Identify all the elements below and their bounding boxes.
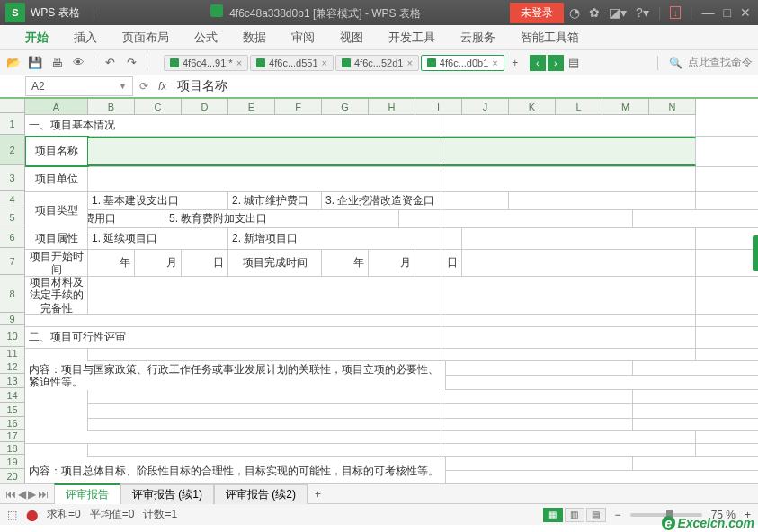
- column-header-B[interactable]: B: [88, 99, 135, 115]
- close-icon[interactable]: ×: [236, 58, 242, 68]
- row-header-11[interactable]: 11: [0, 347, 25, 359]
- help-icon[interactable]: ?▾: [636, 5, 649, 20]
- grid-body[interactable]: 一、项目基本情况项目名称项目单位项目类型1. 基本建设支出口2. 城市维护费口3…: [25, 115, 758, 483]
- cell[interactable]: 一、项目基本情况: [25, 115, 696, 136]
- formula-input[interactable]: 项目名称: [170, 78, 758, 94]
- menu-data[interactable]: 数据: [230, 30, 279, 46]
- column-header-G[interactable]: G: [322, 99, 369, 115]
- side-panel-handle[interactable]: [753, 235, 758, 271]
- cell[interactable]: 内容：项目总体目标、阶段性目标的合理性，目标实现的可能性，目标的可考核性等。: [25, 457, 446, 483]
- column-header-I[interactable]: I: [415, 99, 462, 115]
- add-tab-button[interactable]: +: [506, 57, 524, 69]
- column-header-F[interactable]: F: [275, 99, 322, 115]
- menu-view[interactable]: 视图: [327, 30, 376, 46]
- print-preview-icon[interactable]: 👁: [70, 55, 86, 71]
- cell[interactable]: 项目类型: [25, 192, 88, 228]
- menu-start[interactable]: 开始: [13, 30, 61, 46]
- menu-dev-tools[interactable]: 开发工具: [376, 30, 448, 46]
- cell[interactable]: [462, 228, 696, 249]
- column-header-A[interactable]: A: [25, 99, 88, 115]
- cell[interactable]: 1. 延续项目口: [88, 228, 228, 249]
- cell[interactable]: 项目开始时间: [25, 250, 88, 276]
- sheet-tab-1[interactable]: 评审报告: [54, 483, 120, 504]
- close-button[interactable]: ✕: [740, 5, 751, 20]
- cell[interactable]: 日: [415, 250, 462, 276]
- row-header-2[interactable]: 2: [0, 135, 25, 165]
- column-header-M[interactable]: M: [602, 99, 649, 115]
- sheet-first-icon[interactable]: ⏮: [5, 488, 16, 501]
- update-icon[interactable]: ↓: [670, 6, 681, 19]
- cell[interactable]: 二、项目可行性评审: [25, 327, 696, 348]
- close-icon[interactable]: ×: [492, 58, 497, 68]
- row-header-8[interactable]: 8: [0, 275, 25, 313]
- menu-insert[interactable]: 插入: [61, 30, 110, 46]
- doc-tab-4[interactable]: 4f6c...d0b1×: [421, 55, 504, 71]
- row-header-1[interactable]: 1: [0, 113, 25, 135]
- column-header-C[interactable]: C: [135, 99, 182, 115]
- cell[interactable]: [509, 192, 696, 209]
- doc-tab-1[interactable]: 4f6c4...91 *×: [164, 55, 248, 71]
- row-header-14[interactable]: 14: [0, 388, 25, 403]
- menu-cloud[interactable]: 云服务: [448, 30, 508, 46]
- cell[interactable]: 项目单位: [25, 167, 88, 191]
- cell[interactable]: [25, 390, 633, 403]
- menu-smart-tools[interactable]: 智能工具箱: [508, 30, 592, 46]
- column-header-H[interactable]: H: [369, 99, 415, 115]
- select-all-corner[interactable]: [0, 99, 25, 113]
- add-sheet-button[interactable]: +: [308, 488, 328, 501]
- sheet-prev-icon[interactable]: ◀: [18, 488, 26, 501]
- minimize-button[interactable]: —: [702, 5, 715, 20]
- row-header-19[interactable]: 19: [0, 455, 25, 469]
- cell[interactable]: 月: [135, 250, 182, 276]
- search-icon[interactable]: 🔍: [669, 57, 682, 69]
- column-header-D[interactable]: D: [182, 99, 228, 115]
- command-search[interactable]: 点此查找命令: [688, 55, 753, 70]
- zoom-out-button[interactable]: −: [615, 509, 621, 521]
- cell[interactable]: [25, 431, 696, 443]
- row-header-6[interactable]: 6: [0, 226, 25, 248]
- menu-formula[interactable]: 公式: [182, 30, 230, 46]
- column-header-E[interactable]: E: [228, 99, 275, 115]
- cell[interactable]: [25, 419, 633, 430]
- menu-review[interactable]: 审阅: [279, 30, 327, 46]
- skin-icon[interactable]: ◪▾: [609, 5, 627, 20]
- cell[interactable]: 3. 企业挖潜改造资金口: [322, 192, 509, 209]
- login-state-button[interactable]: 未登录: [510, 3, 564, 23]
- cell[interactable]: 内容：项目与国家政策、行政工作任务或事业发展计划的关联性，项目立项的必要性、紧迫…: [25, 361, 446, 390]
- view-break-button[interactable]: ▤: [586, 508, 606, 522]
- column-header-K[interactable]: K: [509, 99, 556, 115]
- close-icon[interactable]: ×: [406, 58, 412, 68]
- cell[interactable]: 项目完成时间: [228, 250, 322, 276]
- column-header-J[interactable]: J: [462, 99, 509, 115]
- column-header-L[interactable]: L: [556, 99, 602, 115]
- settings-icon[interactable]: ✿: [589, 5, 600, 20]
- sheet-next-icon[interactable]: ▶: [28, 488, 36, 501]
- tab-prev-button[interactable]: ‹: [530, 55, 546, 71]
- cell[interactable]: [446, 361, 633, 375]
- cell[interactable]: 年: [88, 250, 135, 276]
- cell[interactable]: [446, 457, 633, 470]
- cell[interactable]: [88, 277, 696, 314]
- cell[interactable]: 5. 教育费附加支出口: [165, 210, 399, 227]
- row-header-18[interactable]: 18: [0, 442, 25, 455]
- view-normal-button[interactable]: ▦: [543, 508, 563, 522]
- chevron-down-icon[interactable]: ▼: [119, 82, 127, 91]
- print-icon[interactable]: 🖶: [49, 55, 65, 71]
- cell[interactable]: 年: [322, 250, 369, 276]
- cloud-icon[interactable]: ◔: [569, 5, 580, 20]
- view-page-button[interactable]: ▥: [565, 508, 584, 522]
- row-header-20[interactable]: 20: [0, 469, 25, 483]
- row-header-10[interactable]: 10: [0, 325, 25, 347]
- sheet-tab-3[interactable]: 评审报告 (续2): [214, 484, 308, 504]
- row-header-17[interactable]: 17: [0, 430, 25, 442]
- row-header-15[interactable]: 15: [0, 403, 25, 417]
- tab-next-button[interactable]: ›: [548, 55, 564, 71]
- row-header-13[interactable]: 13: [0, 374, 25, 388]
- cell[interactable]: [88, 137, 696, 166]
- open-icon[interactable]: 📂: [5, 55, 22, 71]
- cell[interactable]: [25, 315, 696, 326]
- cell[interactable]: 项目名称: [25, 137, 88, 166]
- save-icon[interactable]: 💾: [27, 55, 43, 71]
- menu-page-layout[interactable]: 页面布局: [110, 30, 182, 46]
- cell[interactable]: 2. 新增项目口: [228, 228, 462, 249]
